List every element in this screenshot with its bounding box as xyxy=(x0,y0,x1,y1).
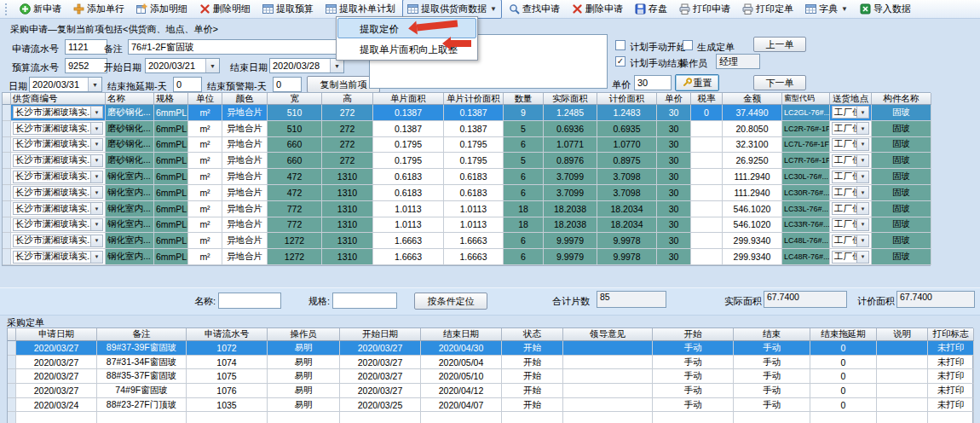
grid-cell[interactable]: 74#9F窗固玻 xyxy=(97,384,187,398)
grid-cell[interactable]: m² xyxy=(188,201,222,217)
grid-cell[interactable] xyxy=(8,398,16,413)
grid-cell[interactable]: 3.7098 xyxy=(597,185,657,201)
supplier-combo[interactable]: 长沙市潇湘玻璃实...▼ xyxy=(13,186,103,199)
grid-cell[interactable] xyxy=(563,412,653,423)
grid-cell[interactable]: 510 xyxy=(268,105,322,121)
grid-cell[interactable]: 异地合片 xyxy=(222,121,268,137)
grid-cell[interactable]: 异地合片 xyxy=(222,137,268,154)
grid-cell[interactable]: 0.6183 xyxy=(373,169,444,185)
grid-cell[interactable]: 0.6183 xyxy=(373,185,444,201)
delivery-location-combo[interactable]: 工厂使用▼ xyxy=(832,171,869,183)
dictionary-button[interactable]: 字典▼ xyxy=(800,0,853,19)
grid-cell[interactable]: 772 xyxy=(268,201,322,217)
grid-cell[interactable]: 272 xyxy=(322,121,373,137)
table-row[interactable]: 长沙市潇湘玻璃实...▼钢化室内...6mmPLE...m²异地合片472131… xyxy=(3,169,930,185)
add-detail-button[interactable]: 添加明细 xyxy=(131,0,193,19)
grid-cell[interactable]: 2020/03/27 xyxy=(16,356,97,370)
grid-cell[interactable]: 0 xyxy=(810,369,877,384)
table-row[interactable]: 长沙市潇湘玻璃实...▼钢化室内...6mmPLE...m²异地合片772131… xyxy=(3,201,930,217)
grid-cell[interactable]: 易明 xyxy=(268,356,340,370)
grid-cell[interactable]: 固玻 xyxy=(872,217,931,234)
grid-cell[interactable]: m² xyxy=(188,169,222,185)
grid-cell[interactable]: 钢化室内... xyxy=(106,201,154,217)
grid-cell[interactable]: 1310 xyxy=(322,169,373,185)
grid-cell[interactable]: 299.9340 xyxy=(723,233,782,249)
grid-cell[interactable] xyxy=(691,185,723,201)
grid-cell[interactable] xyxy=(8,412,16,423)
chevron-down-icon[interactable]: ▼ xyxy=(90,235,102,246)
supplier-combo[interactable]: 长沙市潇湘玻璃实...▼ xyxy=(13,251,103,264)
grid-cell[interactable]: 1.6663 xyxy=(373,233,444,249)
grid-cell[interactable]: 0.1387 xyxy=(373,121,444,137)
grid-cell[interactable]: 6mmPLE... xyxy=(154,169,188,185)
grid-cell[interactable]: 未打印 xyxy=(928,341,974,356)
grid-cell[interactable]: 18.2034 xyxy=(597,217,657,234)
grid-cell[interactable]: 2020/03/24 xyxy=(16,398,97,413)
grid-cell[interactable] xyxy=(653,412,734,423)
delivery-location-combo[interactable]: 工厂使用▼ xyxy=(832,138,869,151)
grid-cell[interactable]: 未打印 xyxy=(928,398,974,413)
chevron-down-icon[interactable]: ▼ xyxy=(90,107,102,118)
grid-cell[interactable]: 工厂使用▼ xyxy=(830,217,872,234)
grid-cell[interactable]: 660 xyxy=(268,153,322,169)
chevron-down-icon[interactable]: ▼ xyxy=(856,123,868,134)
grid-cell[interactable]: 工厂使用▼ xyxy=(830,233,872,249)
grid-cell[interactable]: 0.1795 xyxy=(444,137,504,154)
grid-cell[interactable]: 手动 xyxy=(653,341,734,356)
chevron-down-icon[interactable]: ▼ xyxy=(90,139,102,150)
grid-cell[interactable]: 510 xyxy=(268,121,322,137)
grid-cell[interactable]: 1.0771 xyxy=(544,137,597,154)
grid-cell[interactable]: 9.9979 xyxy=(544,233,597,249)
grid-cell[interactable]: 546.1020 xyxy=(723,217,782,234)
grid-cell[interactable]: 工厂使用▼ xyxy=(830,137,872,154)
grid-cell[interactable]: 工厂使用▼ xyxy=(830,201,872,217)
remark-field[interactable] xyxy=(128,39,343,55)
grid-cell[interactable]: 2020/03/27 xyxy=(16,369,97,384)
grid-cell[interactable] xyxy=(3,153,11,169)
grid-cell[interactable]: 9 xyxy=(504,105,544,121)
grid-cell[interactable] xyxy=(97,412,187,423)
grid-cell[interactable]: 1.6663 xyxy=(373,249,444,265)
grid-cell[interactable]: 0.1795 xyxy=(373,153,444,169)
grid-cell[interactable]: 0.6935 xyxy=(597,121,657,137)
grid-cell[interactable] xyxy=(691,249,723,265)
grid-cell[interactable]: 18.2038 xyxy=(544,217,597,234)
grid-cell[interactable]: 开始 xyxy=(502,356,563,370)
find-request-button[interactable]: 查找申请 xyxy=(504,0,565,19)
grid-cell[interactable]: 88#35-37F窗固玻 xyxy=(97,369,187,384)
grid-cell[interactable]: 0 xyxy=(691,105,723,121)
grid-cell[interactable]: 272 xyxy=(322,153,373,169)
grid-cell[interactable]: 2020/03/25 xyxy=(340,398,421,413)
grid-cell[interactable]: 钢化室内... xyxy=(106,217,154,234)
grid-cell[interactable]: 未打印 xyxy=(928,384,974,398)
plan-manual-end-checkbox[interactable]: ✓ xyxy=(615,56,625,67)
grid-cell[interactable]: 9.9978 xyxy=(597,249,657,265)
grid-cell[interactable]: 工厂使用▼ xyxy=(830,249,872,265)
filter-spec-input[interactable] xyxy=(332,293,397,309)
grid-cell[interactable]: 磨砂钢化... xyxy=(106,137,154,154)
grid-cell[interactable]: 1072 xyxy=(187,341,268,356)
grid-cell[interactable]: 30 xyxy=(657,249,691,265)
grid-cell[interactable]: 钢化室内... xyxy=(106,185,154,201)
grid-cell[interactable]: 钢化室内... xyxy=(106,233,154,249)
grid-cell[interactable]: 546.1020 xyxy=(723,201,782,217)
chevron-down-icon[interactable]: ▼ xyxy=(856,235,868,246)
chevron-down-icon[interactable]: ▼ xyxy=(856,171,868,183)
grid-cell[interactable]: 手动 xyxy=(734,398,810,413)
grid-cell[interactable]: LC33R-76#... xyxy=(782,217,830,234)
grid-cell[interactable]: 6mmPLE... xyxy=(154,121,188,137)
toolbar-grip[interactable] xyxy=(5,3,9,15)
chevron-down-icon[interactable]: ▼ xyxy=(330,59,343,72)
grid-cell[interactable]: 长沙市潇湘玻璃实...▼ xyxy=(11,249,106,265)
grid-cell[interactable] xyxy=(810,412,877,423)
grid-cell[interactable]: 工厂使用▼ xyxy=(830,121,872,137)
chevron-down-icon[interactable]: ▼ xyxy=(90,155,102,166)
grid-cell[interactable]: 0 xyxy=(810,356,877,370)
grid-cell[interactable]: m² xyxy=(188,233,222,249)
grid-cell[interactable]: 异地合片 xyxy=(222,217,268,234)
grid-cell[interactable]: 472 xyxy=(268,185,322,201)
chevron-down-icon[interactable]: ▼ xyxy=(856,139,868,150)
grid-cell[interactable]: 6 xyxy=(504,233,544,249)
grid-cell[interactable]: 30 xyxy=(657,121,691,137)
grid-cell[interactable]: 1.0113 xyxy=(373,201,444,217)
